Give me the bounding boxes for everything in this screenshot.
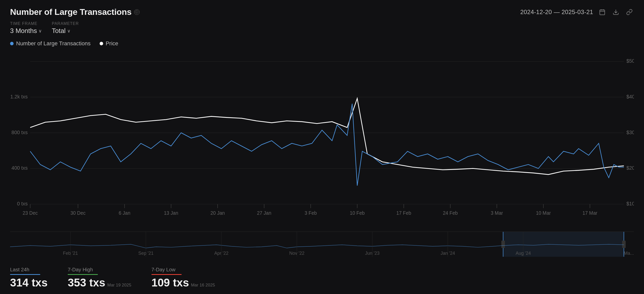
legend-item-price: Price: [100, 40, 118, 47]
header-right: 2024-12-20 — 2025-03-21: [520, 8, 634, 17]
stat-low: 7-Day Low 109 txsMar 16 2025: [151, 267, 215, 289]
stat-high-line: [68, 274, 98, 275]
mini-chart: Feb '21 Sep '21 Apr '22 Nov '22 Jun '23 …: [10, 232, 634, 257]
svg-text:6 Jan: 6 Jan: [119, 210, 130, 216]
legend-label-price: Price: [106, 40, 118, 47]
info-icon[interactable]: ⓘ: [134, 9, 140, 15]
main-chart: 1.2k txs 800 txs 400 txs 0 txs $50.00 $4…: [10, 51, 634, 231]
svg-text:Apr '22: Apr '22: [214, 251, 228, 256]
parameter-value: Total: [52, 27, 66, 35]
main-chart-svg: 1.2k txs 800 txs 400 txs 0 txs $50.00 $4…: [10, 51, 634, 231]
stat-high-date: Mar 19 2025: [107, 283, 131, 287]
svg-text:17 Feb: 17 Feb: [396, 210, 411, 216]
svg-text:3 Feb: 3 Feb: [305, 210, 317, 216]
header-row: Number of Large Transactions ⓘ 2024-12-2…: [10, 7, 634, 17]
timeframe-select[interactable]: 3 Months ∨: [10, 27, 42, 35]
download-icon[interactable]: [611, 8, 620, 17]
chart-area: 1.2k txs 800 txs 400 txs 0 txs $50.00 $4…: [10, 51, 634, 257]
timeframe-value: 3 Months: [10, 27, 37, 35]
calendar-icon[interactable]: [598, 8, 607, 17]
svg-text:27 Jan: 27 Jan: [257, 210, 271, 216]
link-icon[interactable]: [625, 8, 634, 17]
timeframe-chevron: ∨: [38, 28, 42, 34]
svg-text:400 txs: 400 txs: [12, 165, 28, 171]
svg-text:Sep '21: Sep '21: [138, 251, 154, 256]
svg-text:10 Feb: 10 Feb: [350, 210, 365, 216]
stat-last24h-line: [10, 274, 40, 275]
svg-text:800 txs: 800 txs: [12, 129, 28, 135]
svg-text:$50.00: $50.00: [626, 58, 634, 64]
parameter-chevron: ∨: [67, 28, 70, 34]
svg-text:17 Mar: 17 Mar: [582, 210, 597, 216]
stat-high-label: 7-Day High: [68, 267, 131, 273]
svg-text:Jan '24: Jan '24: [440, 251, 455, 256]
svg-text:$20.00: $20.00: [626, 165, 634, 171]
date-range: 2024-12-20 — 2025-03-21: [520, 9, 593, 16]
stat-last24h-label: Last 24h: [10, 267, 48, 273]
legend-row: Number of Large Transactions Price: [10, 40, 634, 47]
svg-text:13 Jan: 13 Jan: [164, 210, 178, 216]
svg-rect-50: [622, 241, 626, 248]
parameter-select[interactable]: Total ∨: [52, 27, 79, 35]
controls-row: TIME FRAME 3 Months ∨ PARAMETER Total ∨: [10, 21, 634, 35]
svg-text:24 Feb: 24 Feb: [443, 210, 458, 216]
svg-text:Aug '24: Aug '24: [516, 251, 531, 256]
stats-row: Last 24h 314 txs 7-Day High 353 txsMar 1…: [10, 263, 634, 289]
svg-text:1.2k txs: 1.2k txs: [10, 94, 28, 100]
svg-text:Nov '22: Nov '22: [289, 251, 304, 256]
svg-text:$30.00: $30.00: [626, 129, 634, 135]
svg-text:Feb '21: Feb '21: [63, 251, 78, 256]
stat-high-value: 353 txsMar 19 2025: [68, 276, 131, 289]
stat-last24h: Last 24h 314 txs: [10, 267, 48, 289]
timeframe-control: TIME FRAME 3 Months ∨: [10, 21, 42, 35]
parameter-control: PARAMETER Total ∨: [52, 21, 79, 35]
timeframe-label: TIME FRAME: [10, 21, 42, 26]
legend-dot-transactions: [10, 42, 14, 45]
svg-text:30 Dec: 30 Dec: [70, 210, 86, 216]
svg-text:23 Dec: 23 Dec: [23, 210, 38, 216]
svg-text:10 Mar: 10 Mar: [536, 210, 551, 216]
svg-text:20 Jan: 20 Jan: [210, 210, 225, 216]
legend-dot-price: [100, 42, 103, 45]
svg-text:Ma...: Ma...: [624, 251, 634, 256]
stat-high: 7-Day High 353 txsMar 19 2025: [68, 267, 131, 289]
svg-rect-0: [600, 10, 605, 15]
page-title: Number of Large Transactions: [10, 7, 132, 17]
svg-rect-49: [501, 241, 505, 248]
svg-text:Jun '23: Jun '23: [365, 251, 380, 256]
stat-low-line: [151, 274, 182, 275]
stat-last24h-value: 314 txs: [10, 276, 48, 289]
stat-low-value: 109 txsMar 16 2025: [151, 276, 215, 289]
legend-item-transactions: Number of Large Transactions: [10, 40, 91, 47]
main-container: Number of Large Transactions ⓘ 2024-12-2…: [0, 0, 644, 294]
svg-text:$40.00: $40.00: [626, 94, 634, 100]
title-group: Number of Large Transactions ⓘ: [10, 7, 140, 17]
parameter-label: PARAMETER: [52, 21, 79, 26]
legend-label-transactions: Number of Large Transactions: [16, 40, 91, 47]
mini-chart-svg: Feb '21 Sep '21 Apr '22 Nov '22 Jun '23 …: [10, 232, 634, 257]
svg-text:3 Mar: 3 Mar: [491, 210, 503, 216]
svg-text:0 txs: 0 txs: [17, 201, 28, 207]
svg-text:$10.00: $10.00: [626, 201, 634, 207]
stat-low-label: 7-Day Low: [151, 267, 215, 273]
stat-low-date: Mar 16 2025: [191, 283, 215, 287]
